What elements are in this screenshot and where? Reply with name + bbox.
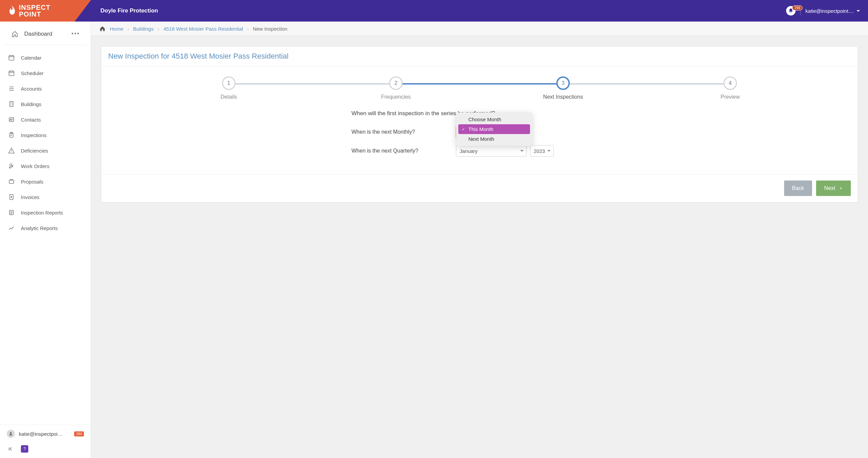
sidebar-item-label: Deficiencies: [21, 148, 48, 154]
row-quarterly: When is the next Quarterly? January 2023: [351, 145, 608, 157]
user-icon: [8, 431, 13, 436]
step-next-inspections[interactable]: 3 Next Inspections: [479, 76, 647, 100]
sidebar-dashboard-label: Dashboard: [24, 31, 52, 37]
sidebar-item-label: Invoices: [21, 194, 39, 200]
inspection-card: New Inspection for 4518 West Mosier Pass…: [101, 46, 858, 202]
sidebar-item-contacts[interactable]: Contacts: [0, 112, 91, 127]
logo-wrap: INSPECT POINT: [0, 0, 91, 22]
sidebar-item-label: Inspections: [21, 132, 46, 138]
sidebar-item-invoices[interactable]: Invoices: [0, 189, 91, 205]
step-number: 2: [389, 76, 403, 90]
svg-rect-2: [10, 102, 13, 107]
form-area: When will the first inspection in the se…: [351, 110, 608, 157]
notification-count-badge: 294: [792, 5, 803, 10]
sidebar-footer: katie@inspectpoint.... 294: [0, 425, 91, 441]
main-content: Home › Buildings › 4518 West Mosier Pass…: [91, 22, 868, 458]
step-label: Next Inspections: [543, 94, 583, 100]
home-icon: [11, 31, 18, 37]
calendar-icon: [8, 54, 15, 61]
quarterly-label: When is the next Quarterly?: [351, 148, 456, 154]
invoices-icon: [8, 194, 15, 200]
breadcrumb-buildings[interactable]: Buildings: [133, 26, 154, 32]
step-label: Preview: [721, 94, 740, 100]
proposals-icon: [8, 178, 15, 185]
monthly-month-select[interactable]: Choose Month This Month Next Month: [456, 126, 527, 138]
step-details[interactable]: 1 Details: [145, 76, 312, 100]
sidebar-nav: Calendar Scheduler Accounts Buildings Co…: [0, 45, 91, 425]
quarterly-year-select[interactable]: 2023: [530, 145, 554, 157]
breadcrumb-building[interactable]: 4518 West Mosier Pass Residential: [163, 26, 243, 32]
sidebar-item-scheduler[interactable]: Scheduler: [0, 65, 91, 81]
chevron-down-icon: [547, 150, 551, 152]
sidebar-item-proposals[interactable]: Proposals: [0, 174, 91, 189]
ellipsis-icon[interactable]: •••: [71, 30, 80, 37]
sidebar-item-label: Work Orders: [21, 163, 50, 169]
workorders-icon: [8, 163, 15, 169]
chevron-down-icon: [857, 10, 860, 12]
step-label: Frequencies: [381, 94, 411, 100]
help-button[interactable]: ?: [21, 445, 28, 453]
sidebar-item-buildings[interactable]: Buildings: [0, 96, 91, 112]
dropdown-option-this-month[interactable]: This Month: [458, 124, 530, 134]
next-button[interactable]: Next: [816, 181, 851, 196]
sidebar-item-label: Proposals: [21, 179, 43, 185]
quarterly-month-select[interactable]: January: [456, 145, 527, 157]
notifications-button[interactable]: 294: [786, 6, 796, 15]
step-preview[interactable]: 4 Preview: [647, 76, 814, 100]
scheduler-icon: [8, 70, 15, 76]
quarterly-month-value: January: [460, 148, 477, 154]
sidebar-item-label: Buildings: [21, 101, 41, 107]
monthly-label: When is the next Monthly?: [351, 129, 456, 135]
step-label: Details: [221, 94, 237, 100]
sidebar-item-label: Calendar: [21, 55, 41, 61]
wizard-stepper: 1 Details 2 Frequencies 3 Next In: [112, 76, 847, 100]
quarterly-year-value: 2023: [534, 148, 545, 154]
contacts-icon: [8, 116, 15, 123]
step-number: 4: [723, 76, 737, 90]
company-name: Doyle Fire Protection: [100, 7, 158, 14]
step-number: 1: [222, 76, 236, 90]
svg-point-4: [10, 119, 11, 120]
sidebar-dashboard-row[interactable]: Dashboard •••: [3, 22, 87, 45]
brand-bottom: POINT: [19, 11, 51, 18]
card-footer: Back Next: [101, 174, 858, 202]
user-menu[interactable]: katie@inspectpoint....: [805, 8, 860, 14]
sidebar-item-accounts[interactable]: Accounts: [0, 81, 91, 96]
chevron-down-icon: [520, 150, 524, 152]
breadcrumb-home[interactable]: Home: [110, 26, 123, 32]
app-header: INSPECT POINT Doyle Fire Protection 294 …: [0, 0, 868, 22]
svg-rect-1: [9, 71, 14, 75]
sidebar-item-analytic-reports[interactable]: Analytic Reports: [0, 220, 91, 236]
sidebar: Dashboard ••• Calendar Scheduler Account…: [0, 22, 91, 458]
brand-text: INSPECT POINT: [19, 4, 51, 18]
brand-top: INSPECT: [19, 4, 51, 11]
collapse-icon[interactable]: [8, 446, 14, 452]
sidebar-user-row[interactable]: katie@inspectpoint.... 294: [7, 430, 84, 438]
step-frequencies[interactable]: 2 Frequencies: [312, 76, 479, 100]
reports-icon: [8, 209, 15, 216]
sidebar-item-inspection-reports[interactable]: Inspection Reports: [0, 205, 91, 220]
accounts-icon: [8, 85, 15, 92]
deficiencies-icon: [8, 147, 15, 154]
back-label: Back: [792, 185, 804, 191]
breadcrumb: Home › Buildings › 4518 West Mosier Pass…: [91, 22, 868, 36]
header-right: 294 katie@inspectpoint....: [786, 6, 868, 15]
month-dropdown: Choose Month This Month Next Month: [456, 112, 532, 146]
sidebar-item-inspections[interactable]: Inspections: [0, 127, 91, 143]
sidebar-item-calendar[interactable]: Calendar: [0, 50, 91, 65]
sidebar-footer-badge: 294: [74, 431, 84, 436]
sidebar-item-label: Scheduler: [21, 70, 44, 76]
home-icon[interactable]: [99, 26, 106, 32]
brand-logo[interactable]: INSPECT POINT: [7, 4, 51, 18]
sidebar-item-label: Analytic Reports: [21, 225, 58, 231]
chevron-right-icon: ›: [158, 26, 159, 32]
breadcrumb-current: New Inspection: [253, 26, 287, 32]
sidebar-item-workorders[interactable]: Work Orders: [0, 158, 91, 174]
dropdown-option-next-month[interactable]: Next Month: [458, 134, 530, 144]
sidebar-item-deficiencies[interactable]: Deficiencies: [0, 143, 91, 158]
arrow-right-icon: [838, 186, 843, 191]
dropdown-option-choose[interactable]: Choose Month: [458, 115, 530, 124]
row-monthly: When is the next Monthly? Choose Month T…: [351, 126, 608, 138]
back-button[interactable]: Back: [784, 181, 812, 196]
buildings-icon: [8, 101, 15, 107]
